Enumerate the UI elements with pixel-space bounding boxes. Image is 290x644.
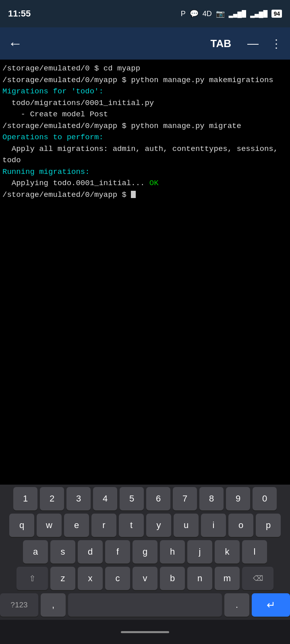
- enter-key[interactable]: ↵: [252, 593, 290, 617]
- key-i[interactable]: i: [201, 514, 226, 537]
- key-v[interactable]: v: [133, 567, 157, 590]
- key-m[interactable]: m: [215, 567, 240, 590]
- key-1[interactable]: 1: [13, 487, 37, 510]
- key-0[interactable]: 0: [253, 487, 277, 510]
- key-b[interactable]: b: [160, 567, 185, 590]
- instagram-icon: 📷: [216, 9, 225, 18]
- key-l[interactable]: l: [242, 540, 267, 564]
- keyboard: 1 2 3 4 5 6 7 8 9 0 q w e r t y u i o p …: [0, 485, 290, 620]
- parking-icon: P: [181, 10, 186, 18]
- key-8[interactable]: 8: [199, 487, 224, 510]
- key-y[interactable]: y: [146, 514, 171, 537]
- key-u[interactable]: u: [174, 514, 199, 537]
- terminal-line-1: /storage/emulated/0 $ cd myapp: [2, 63, 288, 74]
- keyboard-row-numbers: 1 2 3 4 5 6 7 8 9 0: [0, 487, 290, 510]
- keyboard-row-bottom: ?123 , . ↵: [0, 593, 290, 617]
- terminal-line-7: Operations to perform:: [2, 132, 288, 143]
- backspace-key[interactable]: ⌫: [242, 567, 273, 590]
- key-e[interactable]: e: [64, 514, 89, 537]
- space-key[interactable]: [68, 593, 222, 617]
- terminal-output: /storage/emulated/0 $ cd myapp /storage/…: [0, 60, 290, 204]
- key-k[interactable]: k: [215, 540, 240, 564]
- home-indicator: [121, 631, 169, 633]
- key-z[interactable]: z: [50, 567, 75, 590]
- key-n[interactable]: n: [187, 567, 212, 590]
- tab-button[interactable]: TAB: [210, 37, 231, 50]
- key-3[interactable]: 3: [66, 487, 91, 510]
- shift-key[interactable]: ⇧: [17, 567, 48, 590]
- key-g[interactable]: g: [133, 540, 157, 564]
- key-9[interactable]: 9: [226, 487, 250, 510]
- terminal-line-12: /storage/emulated/0/myapp $: [2, 189, 288, 201]
- key-j[interactable]: j: [187, 540, 212, 564]
- key-q[interactable]: q: [9, 514, 34, 537]
- terminal-line-4: todo/migrations/0001_initial.py: [2, 97, 288, 109]
- key-w[interactable]: w: [37, 514, 62, 537]
- period-key[interactable]: .: [224, 593, 249, 617]
- key-h[interactable]: h: [160, 540, 185, 564]
- terminal-line-2: /storage/emulated/0/myapp $ python manag…: [2, 74, 288, 86]
- key-4[interactable]: 4: [93, 487, 117, 510]
- terminal-line-8: Apply all migrations: admin, auth, conte…: [2, 143, 288, 155]
- bottom-bar: [0, 620, 290, 644]
- nav-bar: ← TAB — ⋮: [0, 27, 290, 60]
- messenger-icon: 💬: [190, 9, 199, 18]
- key-r[interactable]: r: [91, 514, 116, 537]
- symbols-key[interactable]: ?123: [0, 593, 38, 617]
- key-7[interactable]: 7: [173, 487, 197, 510]
- status-icons: P 💬 4D 📷 ▂▄▆█ ▂▄▆█ 94: [181, 9, 282, 18]
- keyboard-row-zxcv: ⇧ z x c v b n m ⌫: [0, 567, 290, 590]
- key-2[interactable]: 2: [40, 487, 64, 510]
- key-o[interactable]: o: [228, 514, 253, 537]
- keyboard-row-asdf: a s d f g h j k l: [0, 540, 290, 564]
- terminal-line-10: Running migrations:: [2, 166, 288, 178]
- key-6[interactable]: 6: [146, 487, 170, 510]
- key-t[interactable]: t: [119, 514, 144, 537]
- terminal-line-6: /storage/emulated/0/myapp $ python manag…: [2, 120, 288, 132]
- key-f[interactable]: f: [105, 540, 130, 564]
- signal-bars-2: ▂▄▆█: [250, 9, 267, 18]
- status-time: 11:55: [8, 8, 31, 19]
- key-s[interactable]: s: [50, 540, 75, 564]
- key-5[interactable]: 5: [120, 487, 144, 510]
- network-4d-icon: 4D: [203, 10, 212, 18]
- key-d[interactable]: d: [78, 540, 103, 564]
- battery-level: 94: [271, 10, 282, 18]
- key-c[interactable]: c: [105, 567, 130, 590]
- comma-key[interactable]: ,: [41, 593, 66, 617]
- signal-bars-1: ▂▄▆█: [229, 9, 246, 18]
- key-a[interactable]: a: [23, 540, 48, 564]
- more-options-button[interactable]: ⋮: [271, 37, 282, 50]
- back-button[interactable]: ←: [8, 35, 23, 52]
- keyboard-row-qwerty: q w e r t y u i o p: [0, 514, 290, 537]
- terminal-line-5: - Create model Post: [2, 109, 288, 120]
- terminal-cursor: [131, 191, 136, 198]
- terminal-line-11: Applying todo.0001_initial... OK: [2, 178, 288, 189]
- status-bar: 11:55 P 💬 4D 📷 ▂▄▆█ ▂▄▆█ 94: [0, 0, 290, 27]
- key-x[interactable]: x: [78, 567, 103, 590]
- terminal-line-3: Migrations for 'todo':: [2, 86, 288, 97]
- terminal-line-9: todo: [2, 155, 288, 166]
- key-p[interactable]: p: [256, 514, 281, 537]
- minimize-button[interactable]: —: [247, 37, 259, 50]
